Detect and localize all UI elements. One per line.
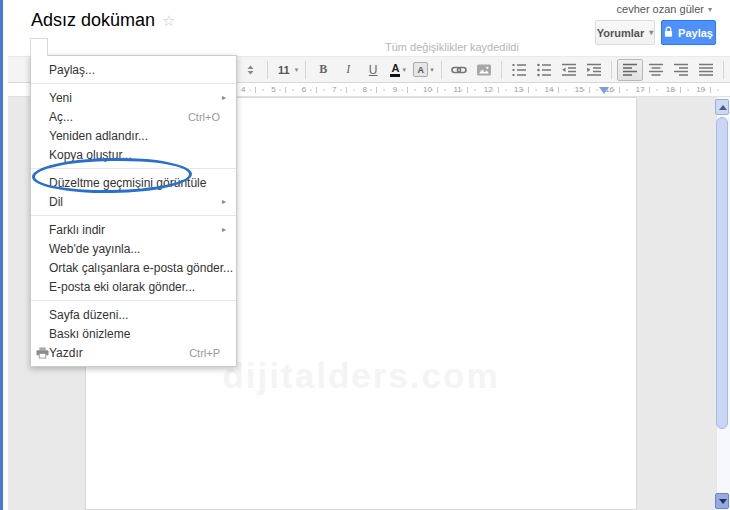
italic-button[interactable]: I: [336, 60, 360, 80]
comments-button[interactable]: Yorumlar ▾: [595, 20, 655, 45]
bold-button[interactable]: B: [311, 60, 335, 80]
ruler-mark: 5: [270, 84, 300, 96]
bulleted-list-icon: [536, 62, 552, 78]
menubar-item[interactable]: [96, 38, 112, 56]
ruler-mark: 11: [452, 84, 482, 96]
file-menu-item[interactable]: Yeniden adlandır...: [31, 126, 236, 145]
file-menu-item[interactable]: E-posta eki olarak gönder...: [31, 277, 236, 296]
submenu-arrow-icon: ▸: [222, 197, 226, 206]
numbered-list-icon: [511, 62, 527, 78]
justify-button[interactable]: [694, 60, 718, 80]
toolbar-separator: [501, 61, 502, 79]
highlight-color-button[interactable]: A▾: [411, 60, 436, 80]
menubar-item[interactable]: [128, 38, 144, 56]
menubar-item[interactable]: [48, 38, 64, 56]
menubar-item[interactable]: [80, 38, 96, 56]
file-menu-item[interactable]: Yeni ▸: [31, 88, 236, 107]
file-menu-item[interactable]: Web'de yayınla...: [31, 239, 236, 258]
menubar-item[interactable]: [112, 38, 128, 56]
printer-icon: [36, 347, 49, 362]
submenu-arrow-icon: ▸: [222, 225, 226, 234]
ruler-mark: 6: [301, 84, 331, 96]
ruler-mark: 19: [695, 84, 725, 96]
file-menu-dropdown: Paylaş... Yeni ▸ Aç... Ctrl+O Yeniden ad…: [30, 55, 237, 367]
indent-button[interactable]: [582, 60, 606, 80]
right-indent-marker[interactable]: [599, 87, 609, 94]
left-edge-strip: [0, 0, 3, 510]
file-menu-item[interactable]: Sayfa düzeni...: [31, 305, 236, 324]
chevron-down-icon: ▾: [649, 28, 653, 37]
font-size-select[interactable]: 11▾: [273, 60, 300, 80]
align-center-icon: [648, 62, 664, 78]
scrollbar-up-button[interactable]: [715, 99, 729, 115]
file-menu-item[interactable]: Kopya oluştur...: [31, 145, 236, 164]
file-menu-item[interactable]: Aç... Ctrl+O: [31, 107, 236, 126]
bulleted-list-button[interactable]: [532, 60, 556, 80]
menubar-item[interactable]: [144, 38, 160, 56]
numbered-list-button[interactable]: [507, 60, 531, 80]
file-menu-item[interactable]: Düzeltme geçmişini görüntüle: [31, 173, 236, 192]
document-title[interactable]: Adsız doküman: [31, 10, 155, 31]
toolbar-separator: [305, 61, 306, 79]
ruler-mark: 8: [361, 84, 391, 96]
text-color-button[interactable]: A▾: [386, 60, 410, 80]
justify-icon: [698, 62, 714, 78]
ruler-mark: 9: [392, 84, 422, 96]
lock-icon: [664, 26, 673, 40]
menubar-item[interactable]: [30, 38, 48, 56]
file-menu-item[interactable]: Farklı indir ▸: [31, 220, 236, 239]
ruler-mark: 4: [240, 84, 270, 96]
toolbar-separator: [723, 61, 724, 79]
shortcut-label: Ctrl+P: [189, 347, 220, 359]
indent-icon: [586, 62, 602, 78]
account-menu[interactable]: cevher ozan güler ▾: [617, 3, 712, 15]
ruler-mark: 17: [634, 84, 664, 96]
file-menu-item[interactable]: Dil ▸: [31, 192, 236, 211]
toolbar-separator: [611, 61, 612, 79]
user-name: cevher ozan güler: [617, 3, 704, 15]
ruler-mark: 7: [331, 84, 361, 96]
toolbar-separator: [441, 61, 442, 79]
image-icon: [476, 62, 492, 78]
spinner-caret-icon[interactable]: [238, 60, 262, 80]
chevron-down-icon: ▾: [708, 5, 712, 14]
ruler-mark: 18: [665, 84, 695, 96]
star-icon[interactable]: ☆: [162, 12, 175, 30]
ruler-mark: 13: [513, 84, 543, 96]
menubar-item[interactable]: [64, 38, 80, 56]
scrollbar-thumb[interactable]: [716, 117, 728, 429]
share-button[interactable]: Paylaş: [661, 20, 716, 45]
insert-image-button[interactable]: [472, 60, 496, 80]
shortcut-label: Ctrl+O: [188, 111, 220, 123]
align-left-icon: [622, 62, 638, 78]
ruler-mark: 14: [543, 84, 573, 96]
menu-bar: [30, 38, 160, 56]
chevron-down-icon: ▾: [402, 66, 406, 74]
align-left-button[interactable]: [617, 59, 643, 81]
google-docs-window: Adsız doküman ☆ cevher ozan güler ▾ Yoru…: [0, 0, 730, 510]
underline-button[interactable]: U: [361, 60, 385, 80]
outdent-icon: [561, 62, 577, 78]
file-menu-item[interactable]: Paylaş...: [31, 60, 236, 79]
save-status: Tüm değişiklikler kaydedildi: [385, 41, 519, 53]
ruler-mark: 12: [483, 84, 513, 96]
chevron-down-icon: ▾: [430, 66, 434, 74]
file-menu-item[interactable]: Baskı önizleme: [31, 324, 236, 343]
toolbar-separator: [267, 61, 268, 79]
file-menu-item[interactable]: Ortak çalışanlara e-posta gönder...: [31, 258, 236, 277]
header: Adsız doküman ☆: [31, 10, 176, 31]
link-icon: [451, 62, 467, 78]
scrollbar-down-button[interactable]: [715, 493, 729, 509]
ruler-mark: 10: [422, 84, 452, 96]
align-right-button[interactable]: [669, 60, 693, 80]
file-menu-item[interactable]: Yazdır Ctrl+P: [31, 343, 236, 362]
chevron-down-icon: ▾: [295, 66, 299, 74]
submenu-arrow-icon: ▸: [222, 93, 226, 102]
align-right-icon: [673, 62, 689, 78]
align-center-button[interactable]: [644, 60, 668, 80]
insert-link-button[interactable]: [447, 60, 471, 80]
outdent-button[interactable]: [557, 60, 581, 80]
